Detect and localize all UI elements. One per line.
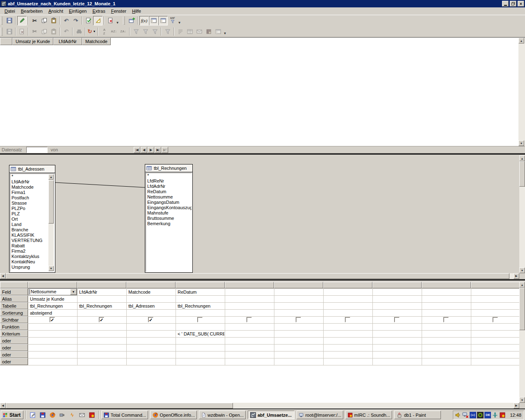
row-label-feld[interactable]: Feld xyxy=(0,288,28,295)
start-button[interactable]: Start xyxy=(1,411,23,419)
scrollbar-thumb[interactable] xyxy=(6,273,509,279)
field-item[interactable]: Ort xyxy=(10,217,54,222)
scroll-left-button[interactable]: ◀ xyxy=(0,273,6,279)
column-header-matchcode[interactable]: Matchcode xyxy=(82,38,111,45)
functions-toggle[interactable]: f(x) xyxy=(139,16,149,25)
sichtbar-checkbox[interactable] xyxy=(247,317,252,322)
quicklaunch-mirc[interactable] xyxy=(87,411,96,419)
sichtbar-checkbox[interactable] xyxy=(493,317,498,322)
field-item[interactable]: LfdAdrNr xyxy=(10,179,54,185)
field-item[interactable]: KontaktNeu xyxy=(10,259,54,265)
taskbar-task-totalcommander[interactable]: Total Command... xyxy=(101,411,148,419)
toolbar-overflow-button[interactable]: ▼ xyxy=(177,16,182,25)
sichtbar-checkbox[interactable] xyxy=(394,317,399,322)
toolbar-grip[interactable] xyxy=(1,27,3,36)
menu-einfuegen[interactable]: Einfügen xyxy=(66,8,89,14)
scroll-down-button[interactable]: ▼ xyxy=(518,140,524,146)
distinct-values-button[interactable]: 123¹ xyxy=(168,16,177,25)
scroll-down-button[interactable]: ▼ xyxy=(519,267,525,273)
field-list-scrollbar[interactable]: ▲ ▼ xyxy=(48,174,54,271)
mirc-tray-icon[interactable] xyxy=(499,412,506,418)
field-item[interactable]: Postfach xyxy=(10,195,54,201)
refresh-button[interactable]: ↻▼ xyxy=(87,27,96,36)
row-label-sortierung[interactable]: Sortierung xyxy=(0,309,28,316)
feld-cell[interactable]: Matchcode xyxy=(127,289,175,295)
menu-bearbeiten[interactable]: Bearbeiten xyxy=(18,8,46,14)
field-item[interactable]: Rabatt xyxy=(10,243,54,249)
save-button[interactable] xyxy=(5,16,14,25)
taskbar-task-mirc[interactable]: mIRC .: Soundh... xyxy=(345,411,392,419)
taskbar-task-wzdbwin[interactable]: wzdbwin - Open... xyxy=(199,411,246,419)
field-item[interactable]: Nettosumme xyxy=(146,194,192,200)
field-item[interactable]: Ursprung xyxy=(10,265,54,270)
scrollbar-thumb[interactable] xyxy=(519,288,525,330)
last-record-button[interactable]: ▶| xyxy=(155,147,161,153)
scrollbar-thumb[interactable] xyxy=(48,180,54,224)
field-item[interactable]: Branche xyxy=(10,227,54,233)
table-window-rechnungen[interactable]: tbl_Rechnungen * LfdReNr LfdAdrNr ReDatu… xyxy=(145,164,193,273)
menu-ansicht[interactable]: Ansicht xyxy=(46,8,66,14)
titlebar[interactable]: abf_Umsaetze_nach_Kunden_letzte_12_Monat… xyxy=(0,0,525,7)
design-column-header[interactable] xyxy=(372,282,422,288)
field-item[interactable]: LfdReNr xyxy=(146,178,192,184)
undo-button[interactable]: ↶ xyxy=(62,16,71,25)
field-item[interactable]: VERTRETUNG xyxy=(10,238,54,243)
field-item[interactable]: Kontaktzyklus xyxy=(10,254,54,259)
field-item[interactable]: ReDatum xyxy=(146,189,192,194)
tabelle-cell[interactable]: tbl_Rechnungen xyxy=(78,303,126,309)
field-item[interactable]: EingangsDatum xyxy=(146,200,192,205)
next-record-button[interactable]: ▶ xyxy=(148,147,154,153)
clear-query-button[interactable] xyxy=(106,16,115,25)
scroll-right-button[interactable]: ▶ xyxy=(514,273,519,279)
field-item[interactable]: Mahnstufe xyxy=(146,210,192,216)
menu-hilfe[interactable]: Hilfe xyxy=(129,8,144,14)
redo-button[interactable]: ↷ xyxy=(71,16,80,25)
row-label-funktion[interactable]: Funktion xyxy=(0,323,28,330)
nvidia-settings-icon[interactable] xyxy=(477,412,484,418)
quicklaunch-winamp[interactable]: ϟ xyxy=(68,411,77,419)
scroll-down-button[interactable]: ▼ xyxy=(519,397,525,403)
taskbar-task-terminal[interactable]: root@lmserver:/... xyxy=(297,411,343,419)
sichtbar-checkbox[interactable] xyxy=(99,317,104,322)
toolbar-grip[interactable] xyxy=(123,16,125,25)
sichtbar-checkbox[interactable] xyxy=(345,317,350,322)
minimize-button[interactable] xyxy=(502,1,509,7)
row-label-tabelle[interactable]: Tabelle xyxy=(0,302,28,309)
paste-button[interactable] xyxy=(49,16,58,25)
toolbar-overflow-button[interactable]: ▼ xyxy=(115,16,120,25)
table-titlebar[interactable]: tbl_Rechnungen xyxy=(145,164,192,172)
field-item[interactable]: * xyxy=(10,174,54,179)
design-column-header[interactable] xyxy=(225,282,274,288)
row-label-oder[interactable]: oder xyxy=(0,344,28,351)
close-button[interactable]: × xyxy=(518,1,524,7)
field-item[interactable]: Strasse xyxy=(10,201,54,206)
design-view-toggle[interactable] xyxy=(93,16,103,25)
field-item[interactable]: Matchcode xyxy=(10,185,54,190)
feld-cell[interactable]: ReDatum xyxy=(176,289,224,295)
scroll-right-button[interactable]: ▶ xyxy=(514,403,519,409)
column-header-lfdadrnr[interactable]: LfdAdrNr xyxy=(53,38,82,45)
design-column-header[interactable] xyxy=(126,282,176,288)
field-item[interactable]: KLASSIFIK xyxy=(10,233,54,238)
row-label-oder[interactable]: oder xyxy=(0,358,28,365)
design-column-header[interactable] xyxy=(28,282,77,288)
taskbar-task-openoffice-info[interactable]: OpenOffice.info... xyxy=(150,411,197,419)
table-titlebar[interactable]: tbl_Adressen xyxy=(9,165,55,173)
usb-device-icon[interactable] xyxy=(492,412,498,418)
keyboard-layout-indicator[interactable]: DE xyxy=(484,412,491,418)
field-item[interactable]: Firma2 xyxy=(10,249,54,254)
design-column-header[interactable] xyxy=(176,282,225,288)
sortierung-cell[interactable]: absteigend xyxy=(28,310,77,316)
field-item[interactable]: Firma1 xyxy=(10,190,54,195)
scroll-down-button[interactable]: ▼ xyxy=(48,266,54,271)
quicklaunch-firefox[interactable] xyxy=(48,411,57,419)
network-offline-icon[interactable] xyxy=(462,412,469,418)
field-item[interactable]: LfdAdrNr xyxy=(146,184,192,189)
feld-cell-combobox[interactable]: Nettosumme ▼ xyxy=(28,288,77,295)
design-column-header[interactable] xyxy=(77,282,126,288)
wireless-icon[interactable] xyxy=(470,412,476,418)
copy-button[interactable] xyxy=(39,16,49,25)
design-column-header[interactable] xyxy=(471,282,520,288)
toolbar-grip[interactable] xyxy=(1,16,3,25)
row-label-sichtbar[interactable]: Sichtbar xyxy=(0,316,28,323)
